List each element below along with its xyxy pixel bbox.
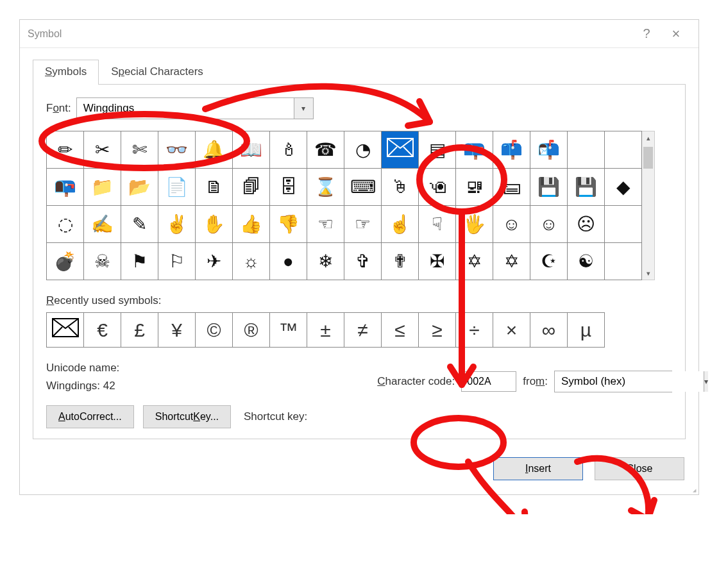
chevron-down-icon[interactable]: ▾: [704, 371, 708, 392]
symbol-cell[interactable]: 📭: [47, 169, 84, 206]
recent-cell[interactable]: ÷: [456, 313, 493, 348]
symbol-cell[interactable]: ◌: [47, 206, 84, 243]
recent-cell[interactable]: ¥: [158, 313, 196, 348]
close-icon[interactable]: ×: [661, 26, 691, 42]
help-icon[interactable]: ?: [632, 26, 661, 41]
symbol-cell[interactable]: 📁: [84, 169, 121, 206]
tab-special-characters[interactable]: Special Characters: [99, 60, 216, 85]
font-input[interactable]: [77, 98, 294, 119]
symbol-cell[interactable]: ✎: [121, 206, 158, 243]
scroll-down-icon[interactable]: ▾: [642, 267, 654, 280]
symbol-cell[interactable]: 🗎: [196, 169, 233, 206]
symbol-cell[interactable]: 💾: [530, 169, 568, 206]
recent-cell[interactable]: ©: [196, 313, 233, 348]
symbol-cell[interactable]: [605, 243, 642, 280]
symbol-cell[interactable]: ⚑: [121, 243, 158, 280]
recent-cell[interactable]: £: [121, 313, 158, 348]
symbol-cell[interactable]: ✡: [493, 243, 530, 280]
shortcut-key-button[interactable]: Shortcut Key...: [143, 405, 231, 428]
symbol-cell[interactable]: 🖐: [456, 206, 493, 243]
from-input[interactable]: [555, 371, 704, 392]
symbol-cell[interactable]: ▤: [419, 131, 456, 169]
symbol-cell[interactable]: ⚐: [158, 243, 196, 280]
symbol-cell[interactable]: ⌨: [344, 169, 382, 206]
scroll-up-icon[interactable]: ▴: [642, 131, 654, 144]
close-button[interactable]: Close: [595, 457, 684, 480]
symbol-cell[interactable]: [568, 131, 605, 169]
font-combo[interactable]: ▾: [76, 97, 314, 119]
symbol-cell[interactable]: 💣: [47, 243, 84, 280]
tab-symbols[interactable]: Symbols: [33, 60, 99, 85]
symbol-cell[interactable]: 📪: [456, 131, 493, 169]
symbol-cell[interactable]: 🔔: [196, 131, 233, 169]
symbol-cell[interactable]: ✄: [121, 131, 158, 169]
recent-cell[interactable]: ×: [493, 313, 530, 348]
symbol-cell[interactable]: ✞: [344, 243, 382, 280]
chevron-down-icon[interactable]: ▾: [294, 98, 313, 119]
symbol-cell[interactable]: 📬: [530, 131, 568, 169]
symbol-cell[interactable]: ✠: [419, 243, 456, 280]
symbol-cell[interactable]: 👓: [158, 131, 196, 169]
symbol-cell[interactable]: 🗐: [233, 169, 270, 206]
symbol-cell[interactable]: 🗄: [270, 169, 307, 206]
scrollbar[interactable]: ▴ ▾: [642, 131, 655, 280]
symbol-cell[interactable]: ☠: [84, 243, 121, 280]
symbol-grid[interactable]: ✏✂✄👓🔔📖🕯☎◔▤📪📫📬📭📁📂📄🗎🗐🗄⌛⌨🖰🖲🖳🖴💾💾◆◌✍✎✌✋👍👎☜☞☝☟…: [46, 131, 642, 280]
char-code-input[interactable]: [461, 371, 516, 392]
symbol-cell[interactable]: ☺: [530, 206, 568, 243]
recent-cell[interactable]: ®: [233, 313, 270, 348]
symbol-cell[interactable]: ◔: [344, 131, 382, 169]
symbol-cell[interactable]: ✟: [382, 243, 419, 280]
symbol-cell[interactable]: 🕯: [270, 131, 307, 169]
symbol-cell[interactable]: 👎: [270, 206, 307, 243]
insert-button[interactable]: Insert: [493, 457, 583, 480]
symbol-cell[interactable]: [605, 131, 642, 169]
symbol-cell[interactable]: ☺: [493, 206, 530, 243]
symbol-cell[interactable]: 📂: [121, 169, 158, 206]
symbol-cell[interactable]: ☹: [568, 206, 605, 243]
symbol-cell[interactable]: 🖴: [493, 169, 530, 206]
symbol-cell[interactable]: ✈: [196, 243, 233, 280]
recent-cell[interactable]: ™: [270, 313, 307, 348]
symbol-cell[interactable]: ◆: [605, 169, 642, 206]
symbol-cell[interactable]: ☞: [344, 206, 382, 243]
from-combo[interactable]: ▾: [554, 371, 672, 392]
symbol-cell[interactable]: [382, 131, 419, 169]
symbol-cell[interactable]: ☟: [419, 206, 456, 243]
symbol-cell[interactable]: ⌛: [307, 169, 344, 206]
symbol-cell[interactable]: ☎: [307, 131, 344, 169]
symbol-cell[interactable]: ❄: [307, 243, 344, 280]
symbol-cell[interactable]: ✡: [456, 243, 493, 280]
symbol-cell[interactable]: ✏: [47, 131, 84, 169]
symbol-cell[interactable]: 📄: [158, 169, 196, 206]
symbol-cell[interactable]: ●: [270, 243, 307, 280]
symbol-cell[interactable]: ☯: [568, 243, 605, 280]
autocorrect-button[interactable]: AutoCorrect...: [46, 405, 134, 428]
symbol-cell[interactable]: 🖳: [456, 169, 493, 206]
recent-grid[interactable]: €£¥©®™±≠≤≥÷×∞µ: [46, 312, 605, 348]
recent-cell[interactable]: [47, 313, 84, 348]
symbol-cell[interactable]: ✂: [84, 131, 121, 169]
symbol-cell[interactable]: ☜: [307, 206, 344, 243]
symbol-cell[interactable]: ✍: [84, 206, 121, 243]
symbol-cell[interactable]: ☝: [382, 206, 419, 243]
symbol-cell[interactable]: 🖲: [419, 169, 456, 206]
recent-cell[interactable]: ∞: [530, 313, 568, 348]
symbol-cell[interactable]: 📖: [233, 131, 270, 169]
symbol-cell[interactable]: [605, 206, 642, 243]
recent-cell[interactable]: ≠: [344, 313, 382, 348]
recent-cell[interactable]: ±: [307, 313, 344, 348]
recent-cell[interactable]: µ: [568, 313, 605, 348]
symbol-cell[interactable]: 📫: [493, 131, 530, 169]
symbol-cell[interactable]: ✋: [196, 206, 233, 243]
symbol-cell[interactable]: 💾: [568, 169, 605, 206]
recent-cell[interactable]: ≤: [382, 313, 419, 348]
symbol-cell[interactable]: ☼: [233, 243, 270, 280]
recent-cell[interactable]: ≥: [419, 313, 456, 348]
recent-cell[interactable]: €: [84, 313, 121, 348]
symbol-cell[interactable]: 🖰: [382, 169, 419, 206]
symbol-cell[interactable]: 👍: [233, 206, 270, 243]
symbol-cell[interactable]: ☪: [530, 243, 568, 280]
resize-grip-icon[interactable]: ◢: [684, 480, 696, 492]
symbol-cell[interactable]: ✌: [158, 206, 196, 243]
